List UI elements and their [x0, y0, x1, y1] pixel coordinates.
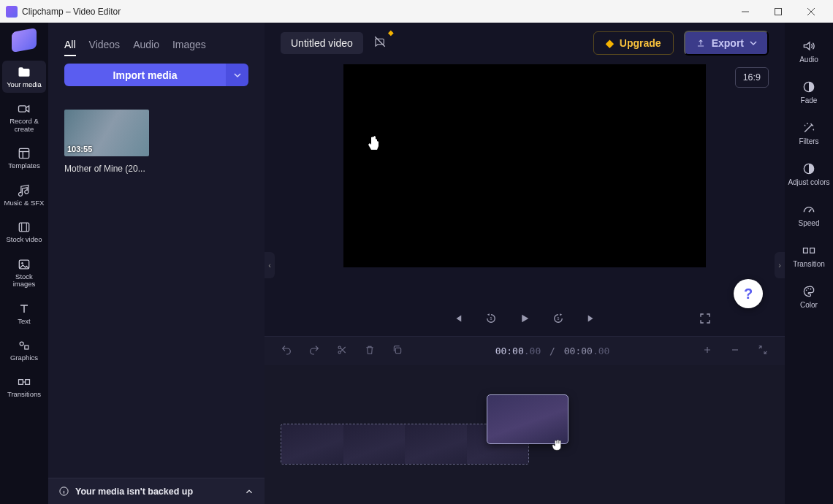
timecode-display: 00:00.00 / 00:00.00	[495, 345, 610, 356]
preview-area: 16:9 ?	[265, 63, 785, 304]
svg-rect-30	[810, 248, 815, 253]
sidebar-item-transitions[interactable]: Transitions	[2, 370, 46, 402]
window-titlebar: Clipchamp – Video Editor	[0, 0, 833, 23]
redo-button[interactable]	[308, 344, 320, 359]
sidebar-item-stock-images[interactable]: Stock images	[2, 253, 46, 293]
templates-icon	[17, 146, 31, 161]
right-item-color[interactable]: Color	[787, 281, 831, 312]
shapes-icon	[17, 338, 31, 353]
timeline-area[interactable]: Drag & drop media here	[265, 365, 785, 504]
sidebar-item-label: Record & create	[4, 118, 45, 133]
gauge-icon	[802, 202, 816, 217]
right-item-label: Fade	[801, 96, 818, 104]
media-grid: 103:55 Mother of Mine (20...	[48, 96, 265, 187]
export-button[interactable]: Export	[684, 31, 769, 56]
sidebar-item-your-media[interactable]: Your media	[2, 61, 46, 93]
premium-badge-icon: ◆	[388, 28, 394, 37]
right-item-speed[interactable]: Speed	[787, 199, 831, 230]
tab-audio[interactable]: Audio	[133, 39, 159, 56]
svg-rect-29	[804, 248, 808, 253]
right-item-label: Adjust colors	[788, 178, 829, 186]
right-item-fade[interactable]: Fade	[787, 77, 831, 107]
sidebar-item-text[interactable]: Text	[2, 297, 46, 329]
contrast-icon	[802, 161, 816, 176]
volume-icon	[802, 39, 816, 53]
media-thumbnail[interactable]: 103:55	[64, 110, 149, 156]
expand-right-panel-handle[interactable]: ›	[775, 252, 785, 278]
svg-rect-15	[19, 380, 23, 385]
tab-images[interactable]: Images	[172, 39, 206, 56]
left-sidebar: Your media Record & create Templates Mus…	[0, 23, 48, 504]
sidebar-item-label: Your media	[7, 81, 42, 88]
export-label: Export	[712, 37, 744, 49]
sidebar-item-music-sfx[interactable]: Music & SFX	[2, 179, 46, 211]
fit-timeline-button[interactable]	[757, 344, 769, 359]
split-button[interactable]	[336, 344, 348, 359]
transition-icon	[802, 243, 816, 258]
sidebar-item-stock-video[interactable]: Stock video	[2, 215, 46, 248]
tab-all[interactable]: All	[64, 39, 76, 56]
svg-point-13	[20, 342, 23, 345]
right-item-transition[interactable]: Transition	[787, 240, 831, 271]
image-icon	[17, 257, 31, 272]
import-media-button[interactable]: Import media	[64, 64, 226, 86]
svg-rect-8	[19, 223, 28, 232]
folder-icon	[17, 65, 31, 80]
svg-rect-1	[775, 8, 781, 15]
rewind-button[interactable]: 5	[484, 312, 498, 328]
timeline-toolbar: 00:00.00 / 00:00.00	[265, 336, 785, 365]
zoom-in-button[interactable]	[701, 344, 713, 359]
video-preview[interactable]	[343, 64, 706, 267]
backup-warning-bar[interactable]: Your media isn't backed up	[48, 478, 265, 504]
clipchamp-logo	[12, 28, 37, 53]
play-button[interactable]	[518, 312, 531, 328]
project-title-field[interactable]: Untitled video	[281, 32, 363, 54]
chevron-down-icon	[750, 39, 757, 47]
zoom-out-button[interactable]	[729, 344, 741, 359]
upgrade-button[interactable]: ◆ Upgrade	[593, 31, 674, 55]
aspect-ratio-button[interactable]: 16:9	[735, 67, 769, 88]
undo-button[interactable]	[281, 344, 292, 359]
collapse-panel-handle[interactable]: ‹	[265, 252, 275, 278]
fullscreen-button[interactable]	[699, 312, 712, 328]
import-media-dropdown[interactable]	[226, 64, 248, 86]
svg-line-28	[809, 209, 811, 212]
maximize-button[interactable]	[761, 0, 794, 23]
right-item-label: Color	[800, 301, 818, 309]
sidebar-item-record-create[interactable]: Record & create	[2, 97, 46, 137]
svg-text:5: 5	[558, 316, 560, 321]
sidebar-item-label: Stock video	[6, 236, 42, 243]
captions-button[interactable]: ◆	[373, 35, 387, 51]
right-item-audio[interactable]: Audio	[787, 36, 831, 66]
right-sidebar: Audio Fade Filters Adjust colors Speed T…	[785, 23, 833, 504]
tab-videos[interactable]: Videos	[89, 39, 121, 56]
current-time: 00:00	[495, 345, 524, 356]
right-item-filters[interactable]: Filters	[787, 118, 831, 148]
close-button[interactable]	[794, 0, 827, 23]
sidebar-item-templates[interactable]: Templates	[2, 142, 46, 174]
palette-icon	[802, 284, 816, 299]
sidebar-item-label: Templates	[8, 162, 39, 169]
right-item-adjust-colors[interactable]: Adjust colors	[787, 159, 831, 189]
sidebar-item-label: Text	[18, 318, 30, 325]
forward-button[interactable]: 5	[552, 312, 565, 328]
svg-point-33	[810, 289, 812, 290]
right-item-label: Audio	[799, 56, 818, 64]
minimize-button[interactable]	[729, 0, 761, 23]
sidebar-item-graphics[interactable]: Graphics	[2, 334, 46, 366]
seek-end-button[interactable]	[585, 312, 598, 328]
svg-rect-25	[395, 348, 400, 353]
window-title: Clipchamp – Video Editor	[22, 7, 121, 17]
media-item[interactable]: 103:55 Mother of Mine (20...	[64, 110, 149, 174]
editor-center: Untitled video ◆ ◆ Upgrade Export	[265, 23, 785, 504]
diamond-icon: ◆	[606, 37, 614, 49]
media-duration: 103:55	[67, 145, 92, 153]
duplicate-button[interactable]	[392, 344, 403, 359]
wand-icon	[802, 121, 816, 135]
delete-button[interactable]	[364, 344, 376, 359]
media-panel: All Videos Audio Images Import media 103…	[48, 23, 265, 504]
seek-start-button[interactable]	[451, 312, 464, 328]
editor-topbar: Untitled video ◆ ◆ Upgrade Export	[265, 23, 785, 63]
chevron-up-icon[interactable]	[244, 486, 254, 497]
text-icon	[17, 302, 31, 316]
